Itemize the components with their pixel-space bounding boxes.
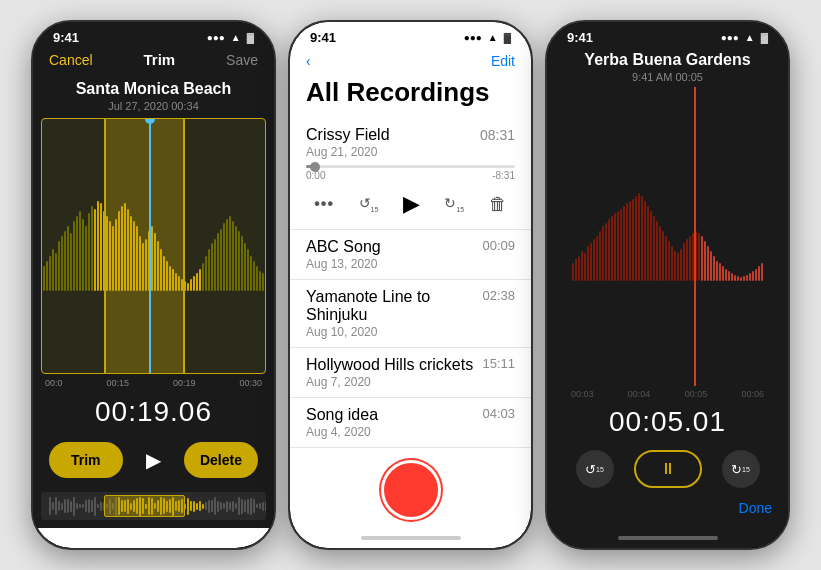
progress-times: 0:00 -8:31 [306, 170, 515, 181]
trim-screen: 9:41 ●●● ▲ ▓ Cancel Trim Save Santa Moni… [33, 22, 274, 548]
status-icons-3: ●●● ▲ ▓ [721, 32, 768, 43]
status-time-1: 9:41 [53, 30, 79, 45]
home-bar-2 [361, 536, 461, 540]
home-indicator-1 [33, 528, 274, 548]
progress-bar[interactable] [306, 165, 515, 168]
timeline-mark-1: 00:15 [106, 378, 129, 388]
recordings-screen: 9:41 ●●● ▲ ▓ ‹ Edit All Recordings [290, 22, 531, 548]
tl3-mark-3: 00:06 [741, 389, 764, 399]
recording-name: Santa Monica Beach [33, 76, 274, 98]
pause-icon: ⏸ [660, 460, 676, 478]
featured-name: Crissy Field [306, 126, 390, 144]
active-waveform-bars [571, 193, 764, 281]
skip-back-15-button[interactable]: ↺ 15 [576, 450, 614, 488]
home-bar-1 [104, 536, 204, 540]
active-controls: ↺ 15 ⏸ ↻ 15 [547, 442, 788, 496]
status-icons-2: ●●● ▲ ▓ [464, 32, 511, 43]
signal-icon-1: ●●● [207, 32, 225, 43]
waveform-container[interactable] [41, 118, 266, 374]
rec-dur-3: 04:03 [482, 406, 515, 421]
rec-date-3: Aug 4, 2020 [306, 425, 378, 439]
done-button[interactable]: Done [739, 500, 772, 516]
skip-fwd-icon: ↻ [731, 462, 742, 477]
phone-recordings: 9:41 ●●● ▲ ▓ ‹ Edit All Recordings [288, 20, 533, 550]
progress-thumb[interactable] [310, 162, 320, 172]
battery-icon-3: ▓ [761, 32, 768, 43]
skip-fwd-15-button[interactable]: ↻ 15 [722, 450, 760, 488]
rec-dur-1: 02:38 [482, 288, 515, 303]
active-recording-name: Yerba Buena Gardens [547, 47, 788, 69]
active-waveform [571, 87, 764, 386]
active-playhead [694, 87, 696, 386]
featured-name-row: Crissy Field 08:31 [306, 126, 515, 144]
skip-back-icon: ↺ [585, 462, 596, 477]
mini-waveform[interactable] [41, 492, 266, 520]
featured-recording[interactable]: Crissy Field 08:31 Aug 21, 2020 0:00 -8:… [290, 118, 531, 230]
timeline-bar-3: 00:03 00:04 00:05 00:06 [547, 386, 788, 402]
timeline-mark-0: 00:0 [45, 378, 63, 388]
home-bar-3 [618, 536, 718, 540]
delete-recording-button[interactable]: 🗑 [489, 194, 507, 215]
pause-button[interactable]: ⏸ [634, 450, 702, 488]
tl3-mark-2: 00:05 [685, 389, 708, 399]
save-button[interactable]: Save [226, 52, 258, 68]
rec-dur-0: 00:09 [482, 238, 515, 253]
edit-button[interactable]: Edit [491, 53, 515, 69]
playhead [149, 119, 151, 373]
home-indicator-3 [547, 528, 788, 548]
featured-duration: 08:31 [480, 127, 515, 143]
status-time-3: 9:41 [567, 30, 593, 45]
back-button[interactable]: ‹ [306, 53, 311, 69]
wifi-icon-3: ▲ [745, 32, 755, 43]
list-item[interactable]: Yamanote Line to Shinjuku Aug 10, 2020 0… [290, 280, 531, 348]
wifi-icon-1: ▲ [231, 32, 241, 43]
status-bar-2: 9:41 ●●● ▲ ▓ [290, 22, 531, 47]
rec-name-1: Yamanote Line to Shinjuku [306, 288, 482, 324]
phone-trim: 9:41 ●●● ▲ ▓ Cancel Trim Save Santa Moni… [31, 20, 276, 550]
play-button[interactable]: ▶ [139, 440, 168, 480]
play-pause-button[interactable]: ▶ [403, 191, 420, 217]
battery-icon-2: ▓ [504, 32, 511, 43]
tl3-mark-1: 00:04 [628, 389, 651, 399]
list-item[interactable]: Song idea Aug 4, 2020 04:03 [290, 398, 531, 448]
active-recording-time: 9:41 AM 00:05 [547, 69, 788, 87]
skip-back-button[interactable]: ↺15 [351, 191, 387, 217]
progress-start: 0:00 [306, 170, 325, 181]
cancel-button[interactable]: Cancel [49, 52, 93, 68]
timeline-mark-2: 00:19 [173, 378, 196, 388]
rec-date-2: Aug 7, 2020 [306, 375, 473, 389]
selection-overlay[interactable] [104, 119, 184, 373]
progress-end: -8:31 [492, 170, 515, 181]
phones-container: 9:41 ●●● ▲ ▓ Cancel Trim Save Santa Moni… [21, 10, 800, 560]
status-time-2: 9:41 [310, 30, 336, 45]
signal-icon-3: ●●● [721, 32, 739, 43]
trim-button[interactable]: Trim [49, 442, 123, 478]
more-options-button[interactable]: ••• [314, 195, 334, 213]
rec3-bottom-row: Done [547, 496, 788, 528]
list-item[interactable]: ABC Song Aug 13, 2020 00:09 [290, 230, 531, 280]
wifi-icon-2: ▲ [488, 32, 498, 43]
list-item[interactable]: Hollywood Hills crickets Aug 7, 2020 15:… [290, 348, 531, 398]
rec-date-1: Aug 10, 2020 [306, 325, 482, 339]
signal-icon-2: ●●● [464, 32, 482, 43]
trim-timestamp: 00:19.06 [33, 392, 274, 432]
active-timestamp: 00:05.01 [547, 402, 788, 442]
recordings-title: All Recordings [306, 73, 515, 114]
timeline-mark-3: 00:30 [239, 378, 262, 388]
trim-header: Cancel Trim Save [33, 47, 274, 76]
status-bar-3: 9:41 ●●● ▲ ▓ [547, 22, 788, 47]
home-indicator-2 [290, 528, 531, 548]
status-bar-1: 9:41 ●●● ▲ ▓ [33, 22, 274, 47]
record-btn-container [290, 448, 531, 528]
skip-forward-button[interactable]: ↻15 [436, 191, 472, 217]
record-button[interactable] [381, 460, 441, 520]
mini-selection [104, 495, 185, 517]
rec-name-2: Hollywood Hills crickets [306, 356, 473, 374]
timeline-bar: 00:0 00:15 00:19 00:30 [33, 374, 274, 392]
active-recording-screen: 9:41 ●●● ▲ ▓ Yerba Buena Gardens 9:41 AM… [547, 22, 788, 548]
delete-button[interactable]: Delete [184, 442, 258, 478]
tl3-mark-0: 00:03 [571, 389, 594, 399]
recording-date: Jul 27, 2020 00:34 [33, 98, 274, 118]
status-icons-1: ●●● ▲ ▓ [207, 32, 254, 43]
trim-buttons: Trim ▶ Delete [33, 432, 274, 488]
